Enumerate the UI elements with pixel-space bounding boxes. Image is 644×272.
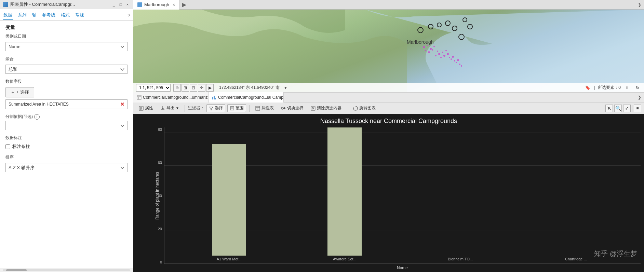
scale-dropdown[interactable]: 1:1, 521, 595: [136, 84, 171, 92]
chart-tab-bar: CommercialCampground...ümmarizeW... Comm…: [133, 92, 644, 103]
chart-tab-chart[interactable]: CommercialCampground...ial Campg... ×: [209, 92, 284, 103]
category-date-label: 类别或日期: [5, 33, 128, 39]
scroll-track[interactable]: [3, 269, 130, 271]
properties-icon: [138, 106, 144, 111]
category-date-dropdown[interactable]: Name: [5, 42, 128, 51]
tab-data[interactable]: 数据: [3, 11, 13, 20]
coordinates-dropdown[interactable]: ▼: [284, 86, 287, 90]
tab-format[interactable]: 格式: [60, 11, 70, 20]
field-tag-text: Summarized Area in HECTARES: [9, 102, 118, 107]
remove-field-button[interactable]: ✕: [120, 101, 124, 107]
attribute-table-button[interactable]: 属性表: [253, 104, 276, 112]
info-icon[interactable]: i: [34, 114, 40, 120]
filter-label: 过滤器：: [188, 105, 204, 111]
tab-reference[interactable]: 参考线: [41, 11, 56, 20]
tab-general[interactable]: 常规: [75, 11, 85, 20]
rotate-chart-icon: [353, 106, 358, 111]
zoom-extent-button[interactable]: ⤢: [623, 105, 631, 112]
refresh-button[interactable]: ↻: [634, 84, 641, 92]
more-options-button[interactable]: ≡: [634, 105, 641, 112]
svg-rect-35: [212, 97, 213, 99]
panel-icon: [3, 2, 8, 7]
clear-selection-label: 清除所选内容: [317, 105, 341, 111]
svg-point-12: [442, 52, 443, 53]
svg-rect-44: [231, 107, 233, 109]
nav-arrow-button[interactable]: ▶: [206, 84, 214, 92]
collapse-chart-icon[interactable]: ❯: [638, 95, 641, 100]
numeric-field-label: 数值字段: [5, 79, 128, 84]
tab-series[interactable]: 系列: [17, 11, 27, 20]
svg-marker-42: [210, 107, 213, 110]
export-dropdown-arrow[interactable]: ▼: [176, 106, 179, 110]
add-field-button[interactable]: ＋ + 选择: [5, 87, 34, 97]
properties-button[interactable]: 属性: [136, 104, 156, 112]
nav-select-button[interactable]: ⊡: [190, 84, 197, 92]
pause-button[interactable]: ⏸: [623, 84, 631, 92]
nav-grid-button[interactable]: ⊞: [182, 84, 189, 92]
rotate-chart-button[interactable]: 旋转图表: [350, 104, 378, 112]
select-filter-button[interactable]: 选择: [206, 104, 225, 112]
bar-group-1: [171, 127, 287, 256]
chart-tab-table[interactable]: CommercialCampground...ümmarizeW...: [133, 92, 209, 103]
chart-section: CommercialCampground...ümmarizeW... Comm…: [133, 92, 644, 272]
svg-point-7: [437, 51, 438, 52]
extent-filter-icon: [230, 106, 234, 111]
bookmark-icon[interactable]: 🔖: [584, 84, 591, 92]
bar-group-3: [403, 127, 518, 256]
select-filter-label: 选择: [215, 105, 223, 111]
svg-point-0: [423, 46, 425, 48]
map-tab-icon: [137, 2, 142, 7]
separator-right: [632, 105, 632, 112]
map-tab-label: Marlborough: [144, 2, 169, 7]
map-tab-marlborough[interactable]: Marlborough ×: [133, 0, 179, 10]
split-dropdown[interactable]: [5, 121, 128, 130]
checkbox-row: 标注条柱: [5, 144, 128, 150]
help-icon[interactable]: ?: [128, 13, 130, 18]
map-tab-add[interactable]: ▶: [179, 1, 189, 8]
sort-dropdown[interactable]: A-Z X 轴升序: [5, 163, 128, 172]
annotate-checkbox[interactable]: [5, 144, 10, 149]
zoom-dropdown-button[interactable]: [605, 105, 613, 112]
extent-filter-button[interactable]: 范围: [227, 104, 246, 112]
export-label: 导出: [166, 105, 175, 111]
svg-rect-45: [256, 106, 260, 110]
x-label-3: Blenheim TO...: [403, 256, 518, 264]
chart-inner: Range of plant in hectares 0 20 40 60 80: [137, 127, 641, 264]
zoom-in-button[interactable]: 🔍: [614, 105, 622, 112]
map-tab-close[interactable]: ×: [173, 2, 175, 7]
close-button[interactable]: ×: [125, 2, 130, 7]
selected-features-label: |: [594, 85, 595, 90]
split-label: 分割依据(可选): [5, 114, 33, 120]
y-axis-container: Range of plant in hectares 0 20 40 60 80: [137, 127, 164, 264]
toggle-select-icon: [281, 106, 286, 111]
svg-point-9: [435, 55, 437, 56]
bar-1[interactable]: [212, 144, 246, 256]
svg-point-14: [447, 53, 449, 55]
properties-label: 属性: [145, 105, 153, 111]
tab-axis[interactable]: 轴: [31, 11, 37, 20]
svg-point-16: [451, 58, 452, 60]
svg-point-22: [461, 65, 462, 67]
annotate-label[interactable]: 标注条柱: [12, 144, 30, 150]
map-svg: Marlborough: [133, 10, 644, 92]
nav-pan-button[interactable]: ⊕: [173, 84, 181, 92]
bar-2[interactable]: [327, 127, 362, 256]
bar-chart-icon: [212, 95, 217, 100]
chart-tab-chart-label: CommercialCampground...ial Campg...: [218, 95, 284, 100]
svg-point-1: [427, 45, 428, 46]
maximize-button[interactable]: □: [118, 2, 123, 7]
clear-selection-button[interactable]: 清除所选内容: [308, 104, 344, 112]
svg-point-49: [283, 107, 285, 109]
toggle-select-button[interactable]: 切换选择: [278, 104, 306, 112]
minimize-button[interactable]: _: [111, 2, 117, 7]
sort-label: 排序: [5, 154, 128, 160]
nav-plus-button[interactable]: ✛: [198, 84, 205, 92]
collapse-panel-icon[interactable]: ❯: [638, 2, 641, 7]
separator-2: [249, 105, 250, 112]
left-panel: 图表属性 - CommercialCampgr... _ □ × 数据 系列 轴…: [0, 0, 133, 272]
aggregation-dropdown[interactable]: 总和: [5, 65, 128, 74]
coordinates-display: 172.4862134° 东 41.6490240° 南: [219, 85, 280, 91]
map-container: Marlborough × ▶ ❯: [133, 0, 644, 92]
svg-point-2: [430, 48, 432, 50]
export-button[interactable]: 导出 ▼: [158, 104, 182, 112]
